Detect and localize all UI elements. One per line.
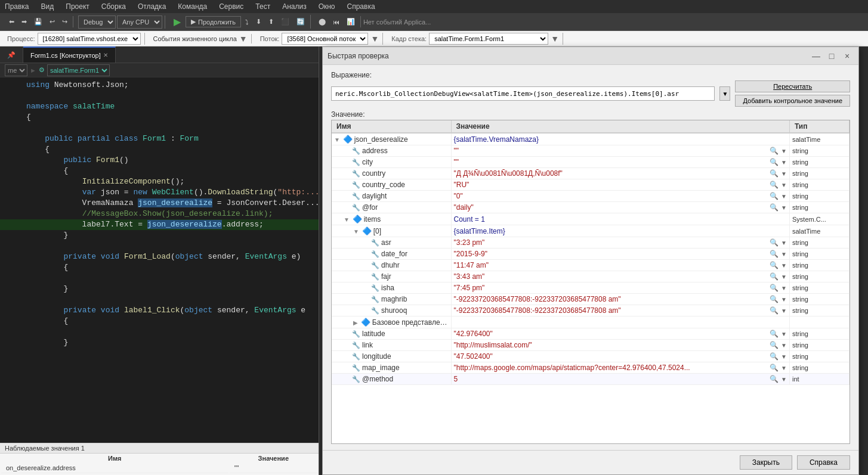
expand-value-btn[interactable]: ▼ (781, 169, 787, 178)
step-into-btn[interactable]: ⬇ (253, 16, 264, 27)
maximize-btn[interactable]: □ (825, 49, 838, 63)
expand-value-btn[interactable]: ▼ (781, 306, 787, 315)
expand-value-btn[interactable]: ▼ (781, 272, 787, 281)
table-row[interactable]: ▼ 🔷[0] {salatTime.Item} salatTime (332, 225, 850, 237)
expand-value-btn[interactable]: ▼ (781, 147, 787, 155)
expand-value-btn[interactable]: ▼ (781, 295, 787, 303)
search-row-btn[interactable]: 🔍 (768, 192, 780, 200)
debug-config-dropdown[interactable]: Debug (78, 15, 116, 29)
search-row-btn[interactable]: 🔍 (768, 341, 780, 349)
menu-komanda[interactable]: Команда (175, 1, 209, 12)
tab-pinned[interactable]: 📌 (0, 46, 23, 63)
menu-analiz[interactable]: Анализ (280, 1, 309, 12)
value-table-container[interactable]: Имя Значение Тип ▼ 🔷json_deserealize {sa… (331, 120, 850, 444)
menu-vid[interactable]: Вид (39, 1, 57, 12)
table-row[interactable]: ▶ 🔷Базовое представление (332, 316, 850, 328)
toolbar-save-btn[interactable]: 💾 (31, 16, 45, 27)
search-row-btn[interactable]: 🔍 (768, 272, 780, 281)
code-content[interactable]: using Newtonsoft.Json; namespace salatTi… (0, 77, 319, 443)
table-row[interactable]: 🔧asr "3:23 pm" 🔍 ▼ string (332, 237, 850, 249)
table-row[interactable]: 🔧isha "7:45 pm" 🔍 ▼ string (332, 282, 850, 294)
tab-close-icon[interactable]: ✕ (103, 52, 108, 58)
thread-dropdown[interactable]: [3568] Основной поток (282, 33, 368, 45)
table-row[interactable]: 🔧city "" 🔍 ▼ string (332, 157, 850, 168)
platform-dropdown[interactable]: Any CPU (117, 15, 162, 29)
frame-dropdown[interactable]: salatTime.Form1.Form1 (429, 33, 548, 45)
table-row[interactable]: 🔧daylight "0" 🔍 ▼ string (332, 191, 850, 202)
expand-value-btn[interactable]: ▼ (781, 250, 787, 258)
continue-btn[interactable]: ▶ Продолжить (186, 16, 241, 27)
table-row[interactable]: 🔧dhuhr "11:47 am" 🔍 ▼ string (332, 260, 850, 271)
menu-sborka[interactable]: Сборка (99, 1, 128, 12)
search-row-btn[interactable]: 🔍 (768, 203, 780, 212)
expand-value-btn[interactable]: ▼ (781, 238, 787, 247)
toolbar-redo-btn[interactable]: ↪ (59, 16, 70, 27)
process-dropdown[interactable]: [16280] salatTime.vshost.exe (38, 33, 141, 45)
diagnostic-btn[interactable]: 📊 (344, 16, 358, 27)
tab-form1-constructor[interactable]: Form1.cs [Конструктор] ✕ (23, 46, 116, 63)
table-row[interactable]: 🔧shurooq "-922337203685477808:-922337203… (332, 305, 850, 316)
expand-value-btn[interactable]: ▼ (781, 364, 787, 372)
menu-proekt[interactable]: Проект (63, 1, 92, 12)
menu-otladka[interactable]: Отладка (135, 1, 168, 12)
table-row[interactable]: 🔧map_image "http://maps.google.com/maps/… (332, 362, 850, 374)
expand-icon[interactable]: ▶ (353, 319, 360, 326)
breakpoint-btn[interactable]: ⬤ (316, 16, 329, 27)
table-row[interactable]: 🔧date_for "2015-9-9" 🔍 ▼ string (332, 249, 850, 260)
expand-value-btn[interactable]: ▼ (781, 352, 787, 361)
toolbar-undo-btn[interactable]: ↩ (47, 16, 58, 27)
step-out-btn[interactable]: ⬆ (265, 16, 277, 27)
expand-value-btn[interactable]: ▼ (781, 284, 787, 292)
table-row[interactable]: ▼ 🔷json_deserealize {salatTime.VremaNama… (332, 133, 850, 145)
search-row-btn[interactable]: 🔍 (768, 147, 780, 155)
search-row-btn[interactable]: 🔍 (768, 181, 780, 189)
search-row-btn[interactable]: 🔍 (768, 306, 780, 315)
stop-btn[interactable]: ⬛ (278, 16, 292, 27)
search-row-btn[interactable]: 🔍 (768, 261, 780, 269)
play-btn[interactable]: ▶ (170, 15, 184, 29)
help-btn[interactable]: Справка (797, 455, 850, 470)
minimize-btn[interactable]: — (810, 49, 823, 63)
step-back-btn[interactable]: ⏮ (330, 17, 342, 27)
search-row-btn[interactable]: 🔍 (768, 284, 780, 292)
menu-pravka[interactable]: Правка (2, 1, 32, 12)
search-row-btn[interactable]: 🔍 (768, 250, 780, 258)
table-row[interactable]: 🔧maghrib "-922337203685477808:-922337203… (332, 294, 850, 305)
search-row-btn[interactable]: 🔍 (768, 158, 780, 166)
menu-spravka[interactable]: Справка (345, 1, 378, 12)
table-row[interactable]: 🔧latitude "42.976400" 🔍 ▼ string (332, 328, 850, 340)
step-over-btn[interactable]: ⤵ (242, 17, 252, 27)
class-dropdown[interactable]: me (5, 64, 27, 76)
expand-value-btn[interactable]: ▼ (781, 203, 787, 212)
expand-value-btn[interactable]: ▼ (781, 158, 787, 166)
menu-test[interactable]: Тест (253, 1, 273, 12)
table-row[interactable]: 🔧country "Д Д¾Ñ\u0081Ñ\u0081Д,Ñ\u008f" 🔍… (332, 168, 850, 179)
table-row[interactable]: 🔧@method 5 🔍 ▼ int (332, 374, 850, 385)
expand-value-btn[interactable]: ▼ (781, 261, 787, 269)
expression-input[interactable] (331, 86, 715, 101)
search-row-btn[interactable]: 🔍 (768, 330, 780, 338)
table-row[interactable]: 🔧link "http://muslimsalat.com/" 🔍 ▼ stri… (332, 340, 850, 351)
restart-btn[interactable]: 🔄 (294, 16, 308, 27)
search-row-btn[interactable]: 🔍 (768, 295, 780, 303)
menu-okno[interactable]: Окно (316, 1, 338, 12)
toolbar-back-btn[interactable]: ⬅ (6, 16, 17, 27)
expand-value-btn[interactable]: ▼ (781, 375, 787, 383)
search-row-btn[interactable]: 🔍 (768, 364, 780, 372)
collapse-icon[interactable]: ▼ (344, 216, 351, 223)
search-row-btn[interactable]: 🔍 (768, 238, 780, 247)
watch-row[interactable]: on_deserealize.address "" (1, 463, 317, 473)
recalc-btn[interactable]: Пересчитать (735, 80, 850, 92)
table-row[interactable]: 🔧country_code "RU" 🔍 ▼ string (332, 179, 850, 191)
close-btn[interactable]: × (841, 49, 854, 63)
method-dropdown[interactable]: salatTime.Form1 (47, 64, 110, 76)
expand-value-btn[interactable]: ▼ (781, 181, 787, 189)
collapse-icon[interactable]: ▼ (353, 228, 361, 235)
search-row-btn[interactable]: 🔍 (768, 352, 780, 361)
menu-servis[interactable]: Сервис (217, 1, 246, 12)
table-row[interactable]: 🔧@for "daily" 🔍 ▼ string (332, 202, 850, 213)
add-watch-btn[interactable]: Добавить контрольное значение (735, 95, 850, 107)
table-row[interactable]: ▼ 🔷items Count = 1 System.C... (332, 213, 850, 225)
expand-value-btn[interactable]: ▼ (781, 341, 787, 349)
search-row-btn[interactable]: 🔍 (768, 375, 780, 383)
